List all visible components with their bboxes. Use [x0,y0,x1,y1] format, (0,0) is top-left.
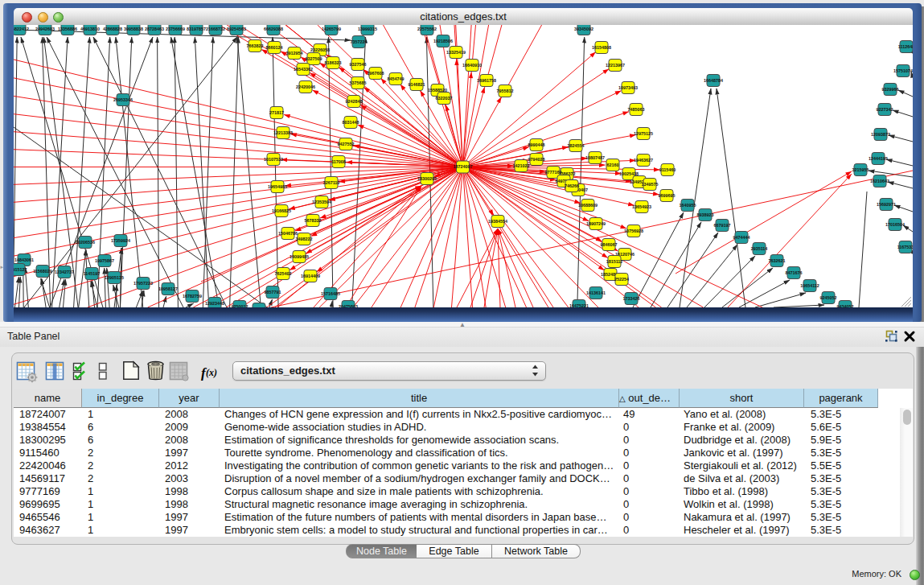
svg-text:62160: 62160 [607,163,619,167]
svg-text:10973493: 10973493 [618,85,638,90]
svg-text:7955812: 7955812 [497,89,514,93]
svg-text:7357224: 7357224 [351,39,368,44]
svg-text:9777169: 9777169 [545,170,562,175]
svg-text:6679197: 6679197 [714,223,731,228]
svg-text:19384554: 19384554 [488,219,507,224]
svg-text:2935114: 2935114 [751,246,768,251]
svg-text:12213383: 12213383 [273,130,293,135]
svg-text:16648784: 16648784 [704,78,723,83]
svg-text:8454749: 8454749 [388,76,405,81]
svg-text:10107533: 10107533 [264,157,283,162]
svg-text:5375685: 5375685 [350,80,367,85]
svg-text:9327546: 9327546 [350,62,367,67]
svg-text:15588520: 15588520 [428,88,447,93]
svg-text:1815112: 1815112 [606,259,623,264]
svg-text:1349575: 1349575 [642,182,659,187]
svg-text:16640910: 16640910 [462,63,482,68]
svg-text:(x): (x) [206,367,217,378]
svg-text:14265799: 14265799 [322,27,341,31]
svg-text:3267110: 3267110 [323,180,340,185]
svg-text:9699695: 9699695 [659,193,676,198]
svg-text:9857791: 9857791 [265,290,281,295]
svg-text:9846067: 9846067 [601,242,618,247]
svg-text:15046786: 15046786 [278,231,298,236]
svg-text:22575562: 22575562 [417,27,437,31]
svg-text:3912954: 3912954 [286,51,303,56]
svg-text:19463627: 19463627 [634,158,653,163]
svg-text:746266: 746266 [565,183,579,188]
svg-text:10756928: 10756928 [624,229,643,233]
svg-text:19218506: 19218506 [433,39,453,43]
svg-text:15692971: 15692971 [877,202,896,207]
svg-text:18724007: 18724007 [454,164,473,169]
svg-text:12213967: 12213967 [606,63,625,68]
svg-text:9434052: 9434052 [837,304,854,307]
svg-text:13999315: 13999315 [358,27,377,31]
svg-text:13325419: 13325419 [446,50,466,55]
svg-text:23226058: 23226058 [310,47,330,52]
svg-text:6322037: 6322037 [436,96,453,101]
svg-text:1733426: 1733426 [623,296,640,301]
svg-text:5678332: 5678332 [305,218,322,223]
svg-text:9146821: 9146821 [409,82,425,87]
svg-text:2967608: 2967608 [368,71,384,76]
svg-text:39345092: 39345092 [574,27,593,31]
svg-text:1112648: 1112648 [898,44,913,49]
svg-text:18300295: 18300295 [417,176,437,181]
svg-text:252254: 252254 [614,277,629,282]
svg-text:10654112: 10654112 [800,283,819,288]
svg-text:16475221: 16475221 [569,303,589,307]
svg-text:8031448: 8031448 [343,120,359,125]
svg-text:10688609: 10688609 [578,203,598,208]
svg-text:10025438: 10025438 [619,171,639,176]
svg-text:117008: 117008 [331,159,346,164]
svg-text:10807487: 10807487 [585,155,605,160]
svg-text:3498222: 3498222 [296,237,313,241]
svg-text:9474444: 9474444 [733,235,750,240]
svg-text:18907249: 18907249 [586,221,606,226]
svg-text:7663822: 7663822 [247,43,264,48]
svg-text:14136141: 14136141 [586,290,606,295]
svg-text:66629388: 66629388 [264,27,283,31]
svg-text:1421022: 1421022 [513,163,530,168]
svg-text:15751074: 15751074 [893,68,913,73]
svg-text:16914409: 16914409 [301,274,320,278]
svg-text:9427552: 9427552 [338,142,355,146]
svg-text:15716485: 15716485 [321,291,340,296]
svg-text:14099485: 14099485 [290,254,309,259]
svg-text:7632621: 7632621 [769,258,786,263]
svg-text:271817: 271817 [269,110,284,115]
svg-text:3824554: 3824554 [568,143,585,148]
svg-text:3215955: 3215955 [852,167,869,172]
svg-text:8938923: 8938923 [697,212,714,217]
svg-text:9242848: 9242848 [346,99,363,104]
svg-text:12975125: 12975125 [634,131,653,136]
svg-text:1167533: 1167533 [897,245,913,249]
svg-text:8186323: 8186323 [325,60,342,65]
svg-text:8990448: 8990448 [528,142,545,147]
svg-text:1640955: 1640955 [680,203,696,208]
svg-text:12353594: 12353594 [312,200,331,204]
svg-text:9329966: 9329966 [882,87,899,92]
svg-text:16210643: 16210643 [870,179,889,183]
svg-text:19166825: 19166825 [272,208,291,213]
svg-text:8660124: 8660124 [266,45,283,50]
svg-text:12444195: 12444195 [869,156,888,161]
svg-text:13654923: 13654923 [632,204,651,209]
svg-text:12093873: 12093873 [871,132,890,137]
svg-text:16543362: 16543362 [294,67,313,72]
svg-text:7625402: 7625402 [275,271,292,276]
svg-text:9794028: 9794028 [528,157,545,162]
svg-text:19654985: 19654985 [268,184,287,189]
svg-text:9227342: 9227342 [877,107,893,112]
svg-text:16154808: 16154808 [592,45,611,50]
svg-text:9115460: 9115460 [659,167,676,172]
svg-text:9245052: 9245052 [820,295,837,300]
svg-text:9327509: 9327509 [306,56,322,61]
svg-text:17016504: 17016504 [885,222,905,227]
svg-text:7485063: 7485063 [628,107,645,112]
svg-text:8245012: 8245012 [251,307,268,307]
svg-text:8471676: 8471676 [786,270,803,275]
svg-text:22420046: 22420046 [296,84,315,89]
svg-text:20475803: 20475803 [339,304,358,307]
